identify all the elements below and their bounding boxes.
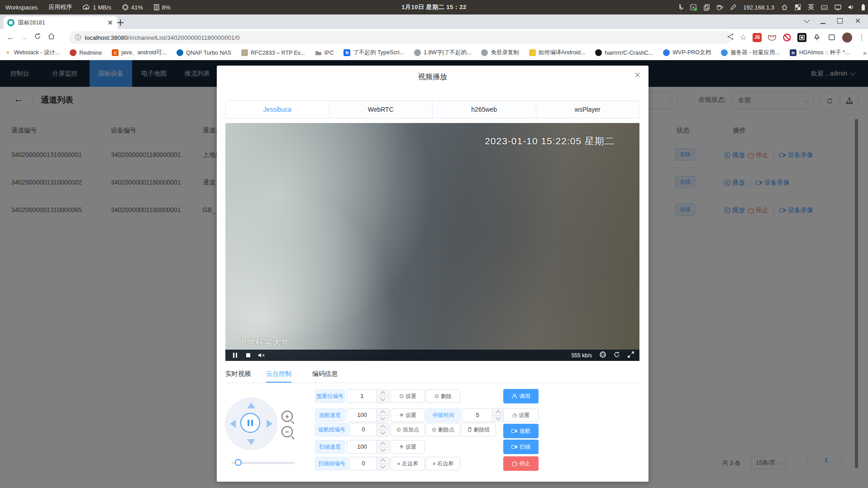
- site-info-icon[interactable]: ⓘ: [75, 33, 81, 42]
- bookmark-item[interactable]: NHDAtmos :: 种子 *...: [790, 49, 849, 57]
- cruise-group-input[interactable]: 0: [349, 423, 389, 436]
- preset-delete-button[interactable]: ⊙删除: [426, 389, 460, 403]
- browser-tab[interactable]: 国标28181: [4, 16, 118, 29]
- preset-call-button[interactable]: 调用: [503, 389, 539, 403]
- extension-pin-icon[interactable]: [812, 33, 821, 42]
- volume-muted-icon[interactable]: [258, 352, 265, 358]
- cruise-start-button[interactable]: 巡航: [503, 424, 539, 438]
- cruise-delete-group-button[interactable]: 删除组: [461, 423, 496, 436]
- bookmark-item[interactable]: hairrrrr/C-CrashC...: [595, 49, 653, 56]
- fullscreen-icon[interactable]: [628, 351, 634, 360]
- profile-avatar[interactable]: [842, 33, 852, 43]
- number-stepper[interactable]: [377, 441, 389, 453]
- tab-encoding-info[interactable]: 编码信息: [312, 368, 338, 383]
- cruise-speed-input[interactable]: 100: [347, 408, 389, 422]
- bookmark-item[interactable]: 如何编译Android...: [529, 49, 586, 57]
- preset-number-input[interactable]: 1: [347, 389, 389, 403]
- extension-screenshot-icon[interactable]: [797, 33, 806, 42]
- ptz-right-icon[interactable]: [267, 420, 272, 428]
- battery-tray-icon[interactable]: [861, 4, 865, 11]
- volume-tray-icon[interactable]: [848, 5, 854, 10]
- language-indicator[interactable]: 英: [808, 3, 814, 11]
- window-menu-caret-icon[interactable]: [804, 17, 810, 23]
- extension-blocker-icon[interactable]: [782, 33, 792, 42]
- scan-group-input[interactable]: 0: [349, 457, 389, 470]
- bookmark-item[interactable]: QNAP Turbo NAS: [176, 49, 231, 56]
- ptz-left-icon[interactable]: [230, 420, 236, 428]
- home-tray-icon[interactable]: [781, 4, 788, 10]
- extension-js-icon[interactable]: JS: [753, 33, 762, 42]
- window-maximize-icon[interactable]: [837, 18, 843, 24]
- number-stepper[interactable]: [377, 457, 389, 470]
- bookmark-item[interactable]: ✦Webstack - 设计...: [5, 49, 60, 57]
- number-stepper[interactable]: [377, 390, 389, 403]
- scan-start-button[interactable]: 扫描: [503, 440, 539, 454]
- bookmark-item[interactable]: RFC2833 – RTP Ev...: [241, 49, 305, 56]
- scan-speed-set-button[interactable]: ✳设置: [391, 440, 425, 454]
- window-minimize-icon[interactable]: [820, 18, 825, 24]
- tab-webrtc[interactable]: WebRTC: [329, 101, 433, 118]
- input-method-icon[interactable]: A: [690, 4, 697, 11]
- tab-live-video[interactable]: 实时视频: [225, 368, 251, 383]
- ptz-direction-pad[interactable]: [225, 398, 277, 450]
- number-stepper[interactable]: [377, 423, 389, 436]
- extension-mask-icon[interactable]: [768, 33, 777, 42]
- bookmark-item[interactable]: WVP-PRO文档: [663, 49, 711, 57]
- window-close-icon[interactable]: [854, 17, 862, 24]
- scan-left-boundary-button[interactable]: «左边界: [391, 457, 425, 470]
- bookmark-item[interactable]: Cjava、android可...: [112, 49, 167, 57]
- number-stepper[interactable]: [492, 409, 504, 422]
- new-tab-button[interactable]: [116, 18, 125, 27]
- browser-menu-icon[interactable]: ⋮: [858, 33, 865, 42]
- scan-speed-input[interactable]: 100: [347, 440, 389, 454]
- slider-handle[interactable]: [235, 459, 242, 466]
- pen-tray-icon[interactable]: [730, 4, 736, 10]
- tab-jessibuca[interactable]: Jessibuca: [226, 101, 329, 118]
- extension-sidebar-icon[interactable]: [827, 33, 836, 42]
- bookmark-star-icon[interactable]: ☆: [740, 33, 747, 42]
- pause-icon[interactable]: [233, 353, 238, 358]
- stop-playback-icon[interactable]: [246, 353, 250, 357]
- ptz-speed-slider[interactable]: [231, 459, 295, 466]
- keyboard-tray-icon[interactable]: [821, 5, 828, 10]
- browser-home-icon[interactable]: [44, 33, 58, 42]
- preset-set-button[interactable]: ⊙设置: [391, 389, 425, 403]
- share-icon[interactable]: [727, 33, 734, 42]
- dwell-time-input[interactable]: 5: [462, 408, 505, 422]
- video-canvas[interactable]: 2023-01-10 15:22:05 星期二 上地科实大华 555 kb/s: [225, 123, 639, 361]
- cruise-add-point-button[interactable]: ⊙添加点: [391, 423, 425, 436]
- number-stepper[interactable]: [377, 409, 389, 422]
- ptz-down-icon[interactable]: [247, 439, 255, 445]
- ip-address[interactable]: 192.168.1.3: [743, 4, 774, 11]
- reload-stream-icon[interactable]: [614, 351, 620, 360]
- cruise-speed-set-button[interactable]: ✳设置: [391, 408, 425, 422]
- performance-icon[interactable]: [600, 351, 606, 360]
- tab-wsplayer[interactable]: wsPlayer: [536, 101, 639, 118]
- bookmark-item[interactable]: 1.8W字|了不起的...: [414, 49, 471, 57]
- bookmark-item[interactable]: 服务器 - 轻量应用...: [721, 49, 780, 57]
- browser-back-icon[interactable]: ←: [4, 33, 17, 42]
- browser-reload-icon[interactable]: [31, 33, 44, 42]
- bookmark-item[interactable]: Redmine: [70, 49, 102, 56]
- ptz-stop-pause-button[interactable]: [240, 413, 260, 433]
- ptz-up-icon[interactable]: [247, 403, 255, 408]
- bookmark-item[interactable]: 免登录复制: [481, 49, 519, 57]
- scan-right-boundary-button[interactable]: »右边界: [426, 457, 460, 470]
- ptz-stop-button[interactable]: 停止: [503, 456, 539, 471]
- browser-forward-icon[interactable]: →: [17, 33, 31, 42]
- cruise-delete-point-button[interactable]: ⊙删除点: [426, 423, 460, 436]
- dwell-time-set-button[interactable]: ◷设置: [503, 408, 539, 422]
- coffee-tray-icon[interactable]: [716, 4, 723, 10]
- tab-ptz-control[interactable]: 云台控制: [266, 368, 291, 383]
- tab-close-icon[interactable]: [107, 19, 114, 26]
- url-bar[interactable]: ⓘ localhost:38080/#/channelList/34020000…: [69, 31, 732, 44]
- bookmarks-overflow-icon[interactable]: »: [863, 49, 867, 57]
- windows-tray-icon[interactable]: [795, 4, 801, 10]
- clipboard-tray-icon[interactable]: [704, 4, 710, 11]
- bookmark-item[interactable]: IPC: [315, 49, 334, 56]
- bing-tray-icon[interactable]: [679, 4, 683, 10]
- close-icon[interactable]: ×: [634, 70, 640, 80]
- zoom-out-button[interactable]: −: [281, 426, 293, 437]
- bookmark-item[interactable]: 知了不起的 TypeScri...: [343, 49, 404, 57]
- zoom-in-button[interactable]: +: [281, 411, 293, 422]
